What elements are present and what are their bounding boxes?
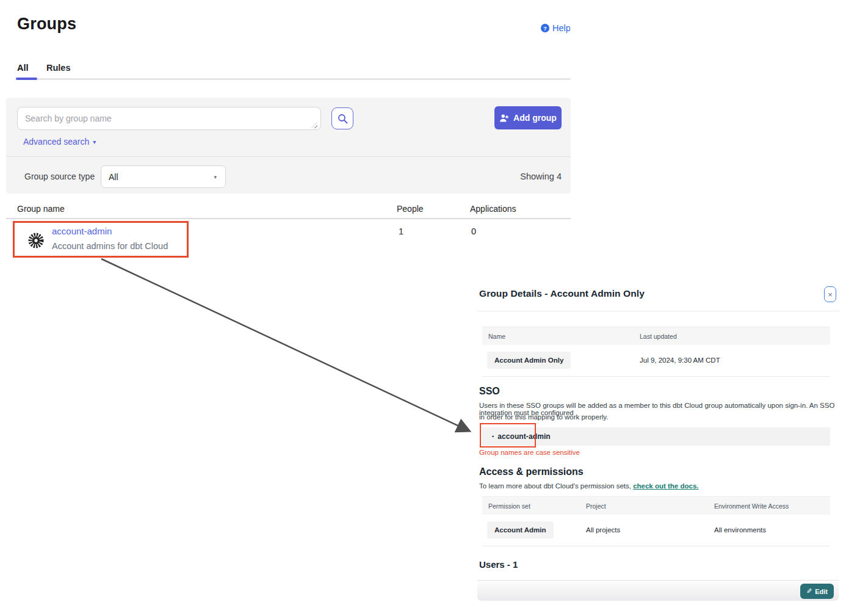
name-table-header: Name Last updated <box>482 327 830 345</box>
search-section: Advanced search ▾ Add group <box>6 98 571 157</box>
permissions-table-header: Permission set Project Environment Write… <box>482 496 830 515</box>
tab-rules[interactable]: Rules <box>46 63 71 73</box>
search-icon <box>338 114 348 124</box>
column-header-people: People <box>397 204 424 214</box>
name-table: Name Last updated Account Admin Only Jul… <box>482 327 830 377</box>
group-applications-count: 0 <box>471 226 476 236</box>
help-label: Help <box>552 23 570 33</box>
close-icon: × <box>828 290 833 299</box>
column-header-last-updated: Last updated <box>640 333 677 340</box>
add-group-label: Add group <box>513 113 557 123</box>
tab-all[interactable]: All <box>17 63 29 73</box>
select-caret-icon: ▾ <box>214 174 217 180</box>
column-header-applications: Applications <box>470 204 516 214</box>
access-permissions-heading: Access & permissions <box>479 466 584 477</box>
project-value: All projects <box>586 526 620 534</box>
last-updated-value: Jul 9, 2024, 9:30 AM CDT <box>640 357 720 364</box>
edit-button[interactable]: ✎ Edit <box>800 584 834 599</box>
advanced-search-link[interactable]: Advanced search ▾ <box>23 137 96 147</box>
docs-link[interactable]: check out the docs. <box>633 482 698 490</box>
tabs-divider <box>16 78 571 80</box>
advanced-search-label: Advanced search <box>23 137 89 147</box>
add-user-icon <box>499 114 509 123</box>
column-header-name: Name <box>488 333 505 340</box>
panel-divider <box>477 311 839 311</box>
search-input[interactable] <box>17 107 321 130</box>
permissions-table: Permission set Project Environment Write… <box>482 496 830 546</box>
group-people-count: 1 <box>399 226 403 236</box>
sso-group-list: • account-admin <box>482 427 830 446</box>
active-tab-indicator <box>16 78 37 80</box>
close-button[interactable]: × <box>824 286 836 302</box>
access-permissions-intro: To learn more about dbt Cloud's permissi… <box>479 482 698 490</box>
group-description: Account admins for dbt Cloud <box>52 241 168 251</box>
group-avatar-icon <box>27 232 45 252</box>
edit-label: Edit <box>815 588 828 595</box>
search-button[interactable] <box>331 107 353 129</box>
help-link[interactable]: ? Help <box>541 22 570 34</box>
group-source-type-label: Group source type <box>24 172 95 181</box>
add-group-button[interactable]: Add group <box>494 106 562 129</box>
showing-count: Showing 4 <box>520 172 562 181</box>
group-source-type-value: All <box>109 172 118 182</box>
caret-down-icon: ▾ <box>93 139 96 145</box>
case-sensitive-warning: Group names are case sensitive <box>479 449 580 456</box>
table-header-divider <box>6 218 571 219</box>
screenshot-stage: Groups ? Help All Rules Advanced search … <box>0 0 846 616</box>
bullet-icon: • <box>492 433 494 440</box>
search-filter-panel: Advanced search ▾ Add group Group source… <box>6 98 571 194</box>
panel-footer: ✎ Edit <box>477 580 839 601</box>
group-source-type-select[interactable]: All ▾ <box>101 165 226 188</box>
access-intro-text: To learn more about dbt Cloud's permissi… <box>479 482 633 490</box>
group-name-badge: Account Admin Only <box>487 352 571 369</box>
permission-set-badge: Account Admin <box>487 521 554 538</box>
column-header-project: Project <box>586 502 606 510</box>
help-question-icon: ? <box>541 24 549 32</box>
column-header-permission-set: Permission set <box>488 502 530 510</box>
sso-description-line2: in order for this mapping to work proper… <box>479 413 608 421</box>
column-header-environment-write-access: Environment Write Access <box>714 502 789 510</box>
column-header-group-name: Group name <box>17 204 65 214</box>
group-name-link[interactable]: account-admin <box>52 226 112 236</box>
name-table-row: Account Admin Only Jul 9, 2024, 9:30 AM … <box>482 345 830 377</box>
group-details-panel: Group Details - Account Admin Only × Nam… <box>477 281 839 604</box>
permissions-table-row: Account Admin All projects All environme… <box>482 515 830 546</box>
sso-group-tag: account-admin <box>497 432 551 441</box>
page-title: Groups <box>17 15 76 34</box>
panel-title: Group Details - Account Admin Only <box>479 288 645 299</box>
users-heading: Users - 1 <box>479 559 518 570</box>
pencil-icon: ✎ <box>806 587 812 595</box>
sso-heading: SSO <box>479 386 500 397</box>
environment-value: All environments <box>714 526 766 534</box>
